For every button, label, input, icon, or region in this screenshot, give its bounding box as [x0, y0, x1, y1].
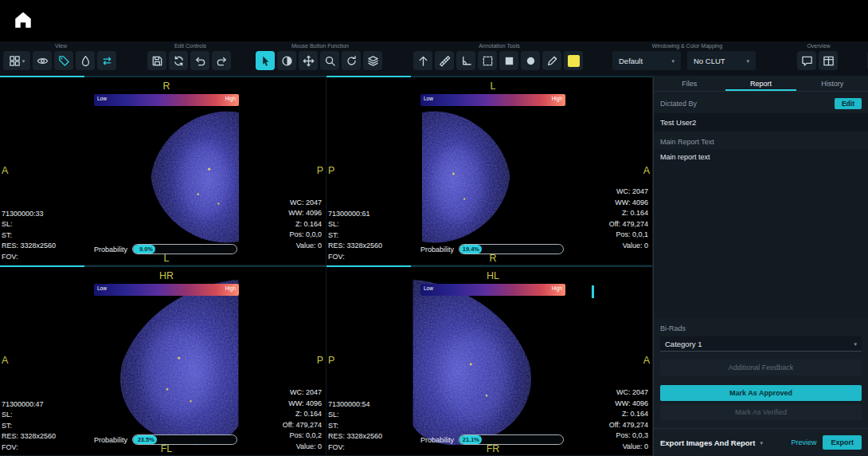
meta-line: FOV:: [2, 442, 56, 454]
meta-line: FOV:: [328, 252, 382, 263]
probability-fill: 9.0%: [133, 245, 155, 254]
legend-high-label: High: [552, 96, 562, 101]
mark-approved-button[interactable]: Mark As Approved: [660, 385, 862, 401]
home-button[interactable]: [10, 6, 37, 36]
tab-history[interactable]: History: [796, 76, 868, 91]
study-table-button[interactable]: [819, 51, 838, 70]
export-button[interactable]: Export: [823, 435, 862, 450]
preview-button[interactable]: Preview: [791, 438, 816, 446]
legend-low-label: Low: [97, 285, 107, 291]
birads-select[interactable]: Category 1 ▾: [660, 336, 862, 352]
meta-line: RES: 3328x2560: [2, 241, 56, 252]
meta-line: Off: 479,274: [609, 219, 648, 230]
image-metadata-left: 71300000:47 SL: ST: RES: 3328x2560 FOV:: [2, 399, 56, 454]
meta-line: WW: 4096: [609, 399, 648, 410]
slice-scroll-indicator[interactable]: [592, 285, 594, 298]
meta-line: WC: 2047: [283, 387, 322, 399]
window-preset-select[interactable]: Default ▾: [612, 51, 681, 70]
viewport-active-indicator: [326, 265, 652, 267]
clut-select[interactable]: No CLUT ▾: [687, 51, 756, 70]
window-preset-value: Default: [619, 57, 643, 65]
meta-line: Z: 0.164: [283, 409, 322, 420]
freehand-draw-button[interactable]: [542, 51, 561, 70]
legend-low-label: Low: [424, 96, 433, 101]
meta-line: SL:: [328, 219, 382, 230]
viewport-r-cc[interactable]: Low High R L A P 71300000:33 SL: ST: RES…: [0, 76, 326, 265]
viewport-r-mlo[interactable]: Low High HR FL A P 71300000:47 SL: ST: R…: [0, 265, 326, 456]
roi-rect-button[interactable]: [478, 51, 497, 70]
ruler-measure-button[interactable]: [435, 51, 454, 70]
rectangle-annotation-button[interactable]: [499, 51, 518, 70]
colormap-legend: Low High: [420, 94, 565, 106]
chevron-down-icon: ▾: [854, 341, 857, 347]
probability-bar: 21.1%: [459, 434, 564, 445]
meta-line: FOV:: [2, 252, 56, 263]
additional-feedback-button[interactable]: Additional Feedback: [660, 360, 862, 375]
annotation-color-button[interactable]: [564, 51, 583, 70]
layout-select-button[interactable]: ▾: [3, 51, 30, 70]
arrow-annotation-button[interactable]: [413, 51, 432, 70]
export-type-value: Export Images And Report: [660, 438, 755, 447]
undo-icon: [194, 55, 206, 67]
meta-line: Pos: 0,0,2: [283, 430, 322, 442]
viewport-l-cc[interactable]: Low High L R P A 71300000:61 SL: ST: RES…: [326, 76, 653, 265]
image-metadata-left: 71300000:54 SL: ST: RES: 3328x2560 FOV:: [328, 399, 382, 454]
sync-button[interactable]: [169, 51, 188, 70]
viewport-l-mlo[interactable]: Low High HL FR P A 71300000:54 SL: ST: R…: [326, 265, 653, 456]
swap-compare-button[interactable]: [97, 51, 116, 70]
orientation-marker-top: R: [94, 81, 239, 92]
table-grid-icon: [823, 55, 835, 67]
mark-verified-button[interactable]: Mark As Verified: [660, 404, 862, 420]
chevron-down-icon: ▾: [746, 58, 749, 64]
toolbar-group-label-mouse: Mouse Button Function: [291, 43, 349, 49]
tab-report[interactable]: Report: [725, 76, 797, 91]
tag-annotations-button[interactable]: [54, 51, 73, 70]
ruler-icon: [439, 55, 451, 67]
dictated-by-value[interactable]: Test User2: [654, 113, 868, 132]
chevron-down-icon: ▾: [22, 58, 25, 64]
tab-files[interactable]: Files: [654, 76, 725, 91]
save-icon: [151, 55, 163, 67]
redo-icon: [216, 55, 228, 67]
opacity-droplet-button[interactable]: [76, 51, 95, 70]
angle-measure-button[interactable]: [456, 51, 475, 70]
orientation-marker-top: L: [420, 81, 565, 92]
zoom-tool-button[interactable]: [320, 51, 339, 70]
meta-line: Off: 479,274: [609, 420, 648, 431]
save-button[interactable]: [147, 51, 166, 70]
clut-value: No CLUT: [694, 57, 725, 65]
probability-bar: 19.4%: [459, 244, 564, 254]
window-level-tool-button[interactable]: [277, 51, 296, 70]
arrow-up-icon: [417, 55, 429, 67]
meta-line: RES: 3328x2560: [328, 431, 382, 442]
meta-line: Pos: 0,0,3: [609, 430, 648, 442]
meta-line: SL:: [2, 219, 56, 230]
toolbar-group-overview: Overview: [797, 43, 840, 70]
dictated-by-label: Dictated By: [660, 100, 697, 108]
pointer-tool-button[interactable]: [256, 51, 275, 70]
viewport-active-indicator: [0, 265, 326, 267]
edit-button[interactable]: Edit: [835, 98, 862, 109]
pointer-icon: [260, 55, 272, 67]
meta-line: SL:: [328, 410, 382, 421]
probability-indicator: Probability 9.0%: [94, 244, 237, 254]
mammogram-image: [132, 100, 242, 253]
ellipse-annotation-button[interactable]: [521, 51, 540, 70]
undo-button[interactable]: [190, 51, 209, 70]
main-report-textarea[interactable]: Main report text: [654, 149, 868, 318]
redo-button[interactable]: [212, 51, 231, 70]
legend-low-label: Low: [97, 96, 107, 101]
comments-button[interactable]: [797, 51, 816, 70]
layers-tool-button[interactable]: [363, 51, 382, 70]
rotate-tool-button[interactable]: [342, 51, 361, 70]
meta-line: WW: 4096: [288, 208, 322, 219]
export-type-select[interactable]: Export Images And Report ▾: [660, 438, 784, 447]
colormap-legend: Low High: [94, 94, 239, 106]
visibility-toggle-button[interactable]: [33, 51, 52, 70]
circle-icon: [525, 55, 537, 67]
meta-line: Off: 479,274: [283, 420, 322, 431]
toolbar-group-view: View ▾: [3, 43, 119, 70]
pan-tool-button[interactable]: [299, 51, 318, 70]
series-id: 71300000:54: [328, 399, 382, 411]
orientation-marker-top: HL: [420, 270, 565, 281]
